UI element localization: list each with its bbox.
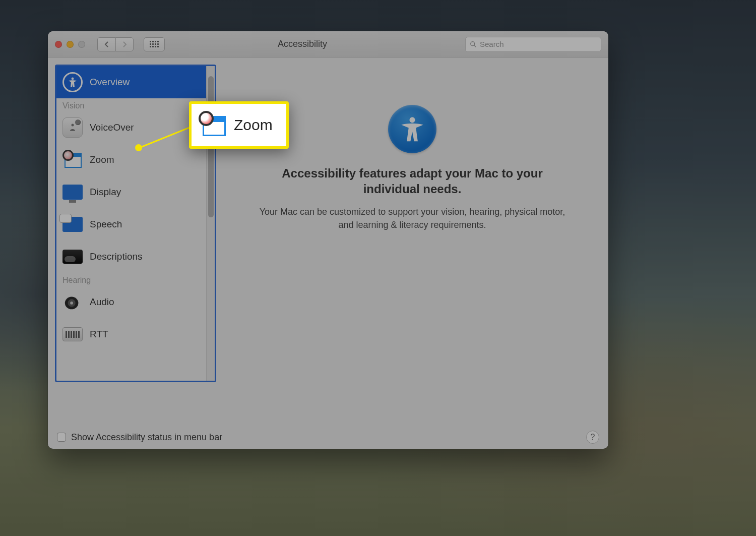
screenshot-dim-overlay <box>0 0 756 536</box>
desktop-background: Accessibility Search Overview <box>0 0 756 536</box>
callout-anchor-dot <box>135 144 142 151</box>
zoom-icon <box>199 111 227 139</box>
callout-box: Zoom <box>189 101 289 149</box>
callout-label: Zoom <box>234 116 273 134</box>
